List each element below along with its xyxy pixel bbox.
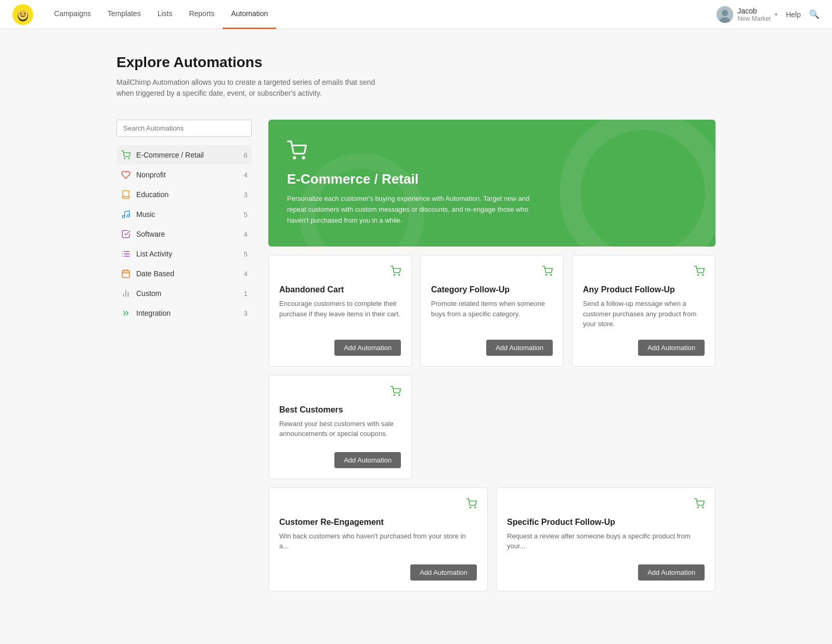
sidebar-label-education: Education [136, 190, 244, 199]
sidebar-label-list-activity: List Activity [136, 250, 244, 258]
sidebar-item-ecommerce[interactable]: E-Commerce / Retail 6 [116, 145, 252, 165]
nav-lists[interactable]: Lists [149, 0, 181, 29]
card-cart-icon-1 [542, 266, 553, 279]
svg-point-4 [20, 12, 22, 14]
svg-point-11 [122, 215, 125, 218]
card-cart-icon-5 [694, 498, 705, 511]
svg-point-27 [303, 157, 304, 159]
nav-templates[interactable]: Templates [99, 0, 149, 29]
sidebar-label-date-based: Date Based [136, 269, 244, 278]
nav-campaigns[interactable]: Campaigns [46, 0, 99, 29]
svg-point-9 [124, 158, 125, 159]
card-title-reengagement: Customer Re-Engagement [279, 518, 477, 527]
explorer-layout: E-Commerce / Retail 6 Nonprofit 4 Educat… [116, 120, 716, 591]
sidebar-items-list: E-Commerce / Retail 6 Nonprofit 4 Educat… [116, 145, 252, 323]
svg-point-31 [551, 275, 552, 276]
sidebar-item-music[interactable]: Music 5 [116, 204, 252, 224]
sidebar-item-software[interactable]: Software 4 [116, 224, 252, 244]
sidebar-item-nonprofit[interactable]: Nonprofit 4 [116, 165, 252, 185]
sidebar-count-music: 5 [244, 211, 248, 218]
nav-reports[interactable]: Reports [180, 0, 223, 29]
svg-point-35 [399, 395, 400, 396]
sidebar-label-software: Software [136, 230, 244, 238]
sidebar-item-integration[interactable]: Integration 3 [116, 303, 252, 323]
sidebar-icon-music [121, 210, 131, 219]
sidebar-count-date-based: 4 [244, 270, 248, 278]
svg-point-38 [698, 507, 699, 508]
svg-point-12 [127, 215, 129, 217]
card-specific-product: Specific Product Follow-Up Request a rev… [496, 487, 716, 591]
svg-point-34 [394, 395, 395, 396]
user-menu[interactable]: Jacob New Market ▾ [717, 6, 777, 23]
cards-grid-row1: Abandoned Cart Encourage customers to co… [268, 255, 716, 367]
svg-point-26 [294, 157, 295, 159]
cards-grid-row2: Best Customers Reward your best customer… [268, 375, 716, 479]
hero-description: Personalize each customer's buying exper… [287, 194, 537, 226]
hero-cart-icon [287, 140, 697, 165]
sidebar-icon-education [121, 190, 131, 199]
svg-point-32 [698, 275, 699, 276]
add-btn-best-customers[interactable]: Add Automation [334, 452, 401, 468]
sidebar-count-list-activity: 5 [244, 250, 248, 258]
add-btn-any-product[interactable]: Add Automation [638, 340, 705, 356]
sidebar-icon-ecommerce [121, 150, 131, 160]
sidebar-label-ecommerce: E-Commerce / Retail [136, 151, 244, 159]
sidebar-count-education: 3 [244, 191, 248, 199]
svg-point-29 [399, 275, 400, 276]
add-btn-category-followup[interactable]: Add Automation [486, 340, 553, 356]
sidebar-item-date-based[interactable]: Date Based 4 [116, 264, 252, 284]
card-title-best-customers: Best Customers [279, 405, 401, 415]
card-best-customers: Best Customers Reward your best customer… [268, 375, 412, 479]
nav-links: Campaigns Templates Lists Reports Automa… [46, 0, 717, 29]
sidebar-label-nonprofit: Nonprofit [136, 171, 244, 179]
logo[interactable] [12, 4, 33, 25]
sidebar-icon-software [121, 229, 131, 239]
card-desc-2: Send a follow-up message when a customer… [583, 299, 705, 329]
card-abandoned-cart: Abandoned Cart Encourage customers to co… [268, 255, 412, 367]
sidebar-count-software: 4 [244, 230, 248, 238]
sidebar-count-integration: 3 [244, 310, 248, 317]
cards-grid-row3: Customer Re-Engagement Win back customer… [268, 487, 716, 591]
card-desc-reengagement: Win back customers who haven't purchased… [279, 531, 477, 554]
card-title-2: Any Product Follow-Up [583, 285, 705, 294]
card-desc-1: Promote related items when someone buys … [431, 299, 553, 329]
card-category-followup: Category Follow-Up Promote related items… [420, 255, 564, 367]
sidebar: E-Commerce / Retail 6 Nonprofit 4 Educat… [116, 120, 252, 323]
sidebar-label-music: Music [136, 210, 244, 218]
svg-point-33 [703, 275, 704, 276]
navbar: Campaigns Templates Lists Reports Automa… [0, 0, 832, 29]
hero-title: E-Commerce / Retail [287, 171, 697, 187]
nav-automation[interactable]: Automation [223, 0, 276, 29]
search-input[interactable] [116, 120, 252, 137]
svg-rect-19 [122, 271, 129, 278]
help-link[interactable]: Help [786, 10, 801, 19]
add-btn-specific-product[interactable]: Add Automation [638, 564, 705, 581]
card-title-0: Abandoned Cart [279, 285, 401, 294]
sidebar-icon-integration [121, 308, 131, 318]
navbar-right: Jacob New Market ▾ Help 🔍 [717, 6, 820, 23]
svg-point-39 [703, 507, 704, 508]
sidebar-icon-nonprofit [121, 170, 131, 179]
main-content: Explore Automations MailChimp Automation… [104, 29, 728, 616]
add-btn-reengagement[interactable]: Add Automation [410, 564, 477, 581]
card-desc-0: Encourage customers to complete their pu… [279, 299, 401, 329]
sidebar-item-education[interactable]: Education 3 [116, 185, 252, 204]
svg-point-5 [24, 12, 26, 14]
sidebar-item-list-activity[interactable]: List Activity 5 [116, 244, 252, 264]
search-icon[interactable]: 🔍 [809, 9, 820, 19]
user-chevron-icon: ▾ [775, 11, 777, 17]
sidebar-count-custom: 1 [244, 290, 248, 298]
card-desc-specific-product: Request a review after someone buys a sp… [507, 531, 705, 554]
sidebar-label-custom: Custom [136, 289, 244, 298]
card-customer-reengagement: Customer Re-Engagement Win back customer… [268, 487, 488, 591]
search-wrap [116, 120, 252, 137]
sidebar-item-custom[interactable]: Custom 1 [116, 284, 252, 303]
sidebar-label-integration: Integration [136, 309, 244, 317]
page-title: Explore Automations [116, 54, 716, 71]
sidebar-icon-custom [121, 289, 131, 298]
user-info: Jacob New Market [737, 7, 771, 22]
add-btn-abandoned-cart[interactable]: Add Automation [334, 340, 401, 356]
hero-card: E-Commerce / Retail Personalize each cus… [268, 120, 716, 247]
card-desc-best-customers: Reward your best customers with sale ann… [279, 419, 401, 442]
card-cart-icon-4 [466, 498, 477, 511]
